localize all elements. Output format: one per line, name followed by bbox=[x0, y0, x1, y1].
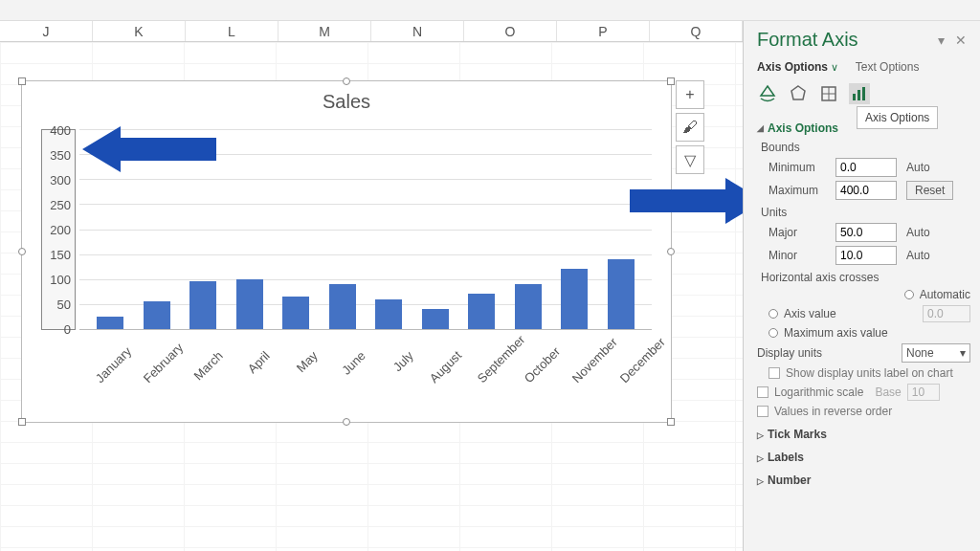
svg-rect-7 bbox=[858, 90, 860, 100]
chart-quick-buttons: + 🖌 ▽ bbox=[676, 80, 706, 178]
reverse-order-label: Values in reverse order bbox=[774, 405, 892, 418]
bar[interactable] bbox=[329, 284, 356, 329]
units-label: Units bbox=[761, 206, 970, 219]
y-tick-label: 0 bbox=[64, 322, 71, 337]
fill-line-icon[interactable] bbox=[757, 83, 778, 104]
bar[interactable] bbox=[236, 279, 263, 329]
tooltip-axis-options: Axis Options bbox=[857, 106, 938, 129]
maximum-input[interactable] bbox=[835, 181, 897, 200]
annotation-arrow-left bbox=[82, 122, 216, 176]
axis-options-icon[interactable] bbox=[849, 83, 870, 104]
display-units-label: Display units bbox=[757, 346, 822, 360]
major-label: Major bbox=[768, 226, 835, 239]
col-header[interactable]: O bbox=[464, 21, 557, 41]
section-tick-marks[interactable]: Tick Marks bbox=[757, 428, 970, 441]
resize-handle[interactable] bbox=[18, 248, 26, 255]
col-header[interactable]: M bbox=[278, 21, 371, 41]
radio-dot-icon bbox=[768, 309, 778, 319]
resize-handle[interactable] bbox=[18, 418, 26, 426]
col-header[interactable]: L bbox=[186, 21, 278, 41]
chart-elements-button[interactable]: + bbox=[676, 80, 704, 109]
pane-menu-button[interactable]: ▾ bbox=[934, 31, 948, 50]
plus-icon: + bbox=[685, 86, 694, 103]
chart-styles-button[interactable]: 🖌 bbox=[676, 113, 704, 142]
bar[interactable] bbox=[375, 299, 402, 329]
bar[interactable] bbox=[97, 317, 123, 329]
minor-input[interactable] bbox=[835, 246, 897, 265]
col-header[interactable]: K bbox=[93, 21, 186, 41]
radio-automatic[interactable]: Automatic bbox=[768, 288, 970, 301]
y-tick-label: 400 bbox=[50, 123, 71, 138]
show-display-units-checkbox: Show display units label on chart bbox=[768, 366, 970, 380]
col-header[interactable]: P bbox=[557, 21, 650, 41]
svg-rect-6 bbox=[853, 94, 856, 100]
radio-dot-icon bbox=[904, 290, 914, 299]
bar[interactable] bbox=[608, 259, 635, 329]
funnel-icon: ▽ bbox=[684, 151, 696, 169]
minimum-input[interactable] bbox=[835, 158, 897, 177]
radio-max-axis-label: Maximum axis value bbox=[784, 326, 888, 340]
maximum-label: Maximum bbox=[768, 184, 835, 197]
base-input bbox=[907, 384, 940, 401]
y-tick-label: 100 bbox=[50, 273, 71, 287]
minimum-label: Minimum bbox=[768, 161, 835, 174]
svg-rect-8 bbox=[862, 87, 865, 100]
brush-icon: 🖌 bbox=[682, 119, 698, 136]
section-labels[interactable]: Labels bbox=[757, 451, 970, 464]
col-header[interactable]: Q bbox=[650, 21, 743, 41]
display-units-select[interactable]: None ▾ bbox=[902, 343, 970, 363]
resize-handle[interactable] bbox=[667, 248, 675, 255]
svg-marker-2 bbox=[791, 86, 805, 99]
pane-close-button[interactable]: ✕ bbox=[951, 31, 970, 50]
ribbon-strip bbox=[0, 0, 980, 21]
maximum-reset-button[interactable]: Reset bbox=[906, 181, 953, 200]
resize-handle[interactable] bbox=[18, 77, 26, 85]
chart-filters-button[interactable]: ▽ bbox=[676, 145, 704, 174]
col-header[interactable]: J bbox=[0, 21, 93, 41]
radio-automatic-label: Automatic bbox=[920, 288, 970, 301]
size-properties-icon[interactable] bbox=[818, 83, 839, 104]
display-units-value: None bbox=[906, 346, 934, 360]
bar[interactable] bbox=[144, 301, 170, 329]
major-auto-label: Auto bbox=[906, 226, 930, 239]
y-tick-label: 200 bbox=[50, 223, 71, 237]
minimum-auto-label: Auto bbox=[906, 161, 930, 174]
bar[interactable] bbox=[282, 297, 309, 329]
bar[interactable] bbox=[189, 281, 216, 329]
resize-handle[interactable] bbox=[667, 77, 675, 85]
bounds-label: Bounds bbox=[761, 141, 970, 154]
bar[interactable] bbox=[561, 269, 588, 329]
major-input[interactable] bbox=[835, 223, 897, 242]
y-tick-label: 150 bbox=[50, 248, 71, 262]
bar[interactable] bbox=[422, 309, 449, 329]
x-axis-labels[interactable]: JanuaryFebruaryMarchAprilMayJuneJulyAugu… bbox=[79, 335, 652, 411]
minor-label: Minor bbox=[768, 249, 835, 262]
bar[interactable] bbox=[468, 294, 495, 329]
effects-icon[interactable] bbox=[788, 83, 809, 104]
section-number[interactable]: Number bbox=[757, 474, 970, 487]
y-axis-selected[interactable]: 400 350 300 250 200 150 100 50 0 bbox=[41, 129, 76, 330]
tab-text-options[interactable]: Text Options bbox=[856, 60, 920, 74]
resize-handle[interactable] bbox=[343, 77, 350, 85]
y-tick-label: 50 bbox=[57, 298, 71, 312]
radio-dot-icon bbox=[768, 328, 778, 338]
y-tick-label: 350 bbox=[50, 148, 71, 163]
radio-max-axis-value[interactable]: Maximum axis value bbox=[768, 326, 970, 340]
checkbox-icon bbox=[757, 406, 768, 417]
log-scale-checkbox[interactable]: Logarithmic scale Base bbox=[757, 384, 970, 401]
tab-axis-options[interactable]: Axis Options bbox=[757, 60, 828, 74]
minor-auto-label: Auto bbox=[906, 249, 930, 262]
radio-axis-value-label: Axis value bbox=[784, 307, 836, 320]
y-tick-label: 250 bbox=[50, 198, 71, 212]
chevron-down-icon: ▾ bbox=[960, 346, 966, 360]
checkbox-icon bbox=[768, 367, 780, 379]
format-axis-pane: Format Axis ▾ ✕ Axis Options ∨ Text Opti… bbox=[743, 21, 980, 551]
chevron-down-icon[interactable]: ∨ bbox=[831, 61, 838, 73]
base-label: Base bbox=[875, 386, 901, 399]
show-display-units-label: Show display units label on chart bbox=[786, 366, 953, 380]
chart-title[interactable]: Sales bbox=[22, 91, 671, 113]
col-header[interactable]: N bbox=[371, 21, 464, 41]
reverse-order-checkbox[interactable]: Values in reverse order bbox=[757, 405, 970, 418]
bar[interactable] bbox=[515, 284, 542, 329]
radio-axis-value[interactable]: Axis value bbox=[768, 305, 970, 322]
